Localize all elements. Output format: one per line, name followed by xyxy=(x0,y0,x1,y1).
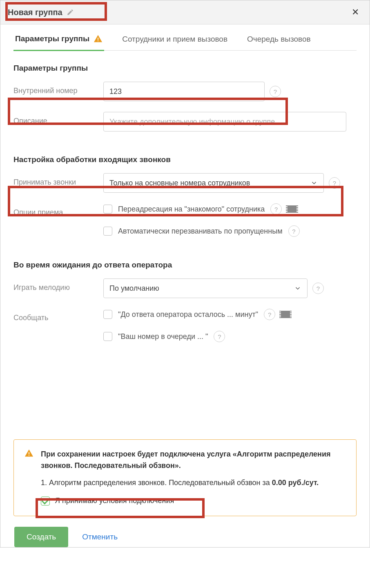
opt-label: Переадресация на "знакомого" сотрудника xyxy=(118,205,265,214)
tab-queue[interactable]: Очередь вызовов xyxy=(245,34,312,50)
warning-icon xyxy=(94,34,103,43)
help-forward[interactable]: ? xyxy=(270,203,282,215)
checkbox-callback[interactable] xyxy=(103,227,112,236)
cancel-button[interactable]: Отменить xyxy=(82,532,118,541)
internal-number-input-wrap xyxy=(103,82,265,101)
opt-label: Автоматически перезванивать по пропущенн… xyxy=(118,227,283,236)
help-melody[interactable]: ? xyxy=(312,283,324,294)
svg-rect-0 xyxy=(98,38,98,40)
opt-label: "Ваш номер в очереди ... " xyxy=(118,332,208,341)
row-accept-calls: Принимать звонки Только на основные номе… xyxy=(13,173,357,193)
dialog: Новая группа ✕ Параметры группы Сотрудни… xyxy=(0,0,370,548)
help-accept-calls[interactable]: ? xyxy=(329,177,340,189)
accept-label: Я принимаю условия подключения xyxy=(55,495,174,507)
svg-rect-3 xyxy=(29,455,29,456)
label-melody: Играть мелодию xyxy=(13,278,103,292)
edit-icon[interactable] xyxy=(67,9,74,16)
row-announce: Сообщать "До ответа оператора осталось .… xyxy=(13,309,357,342)
opt-auto-callback: Автоматически перезванивать по пропущенн… xyxy=(103,225,357,237)
accept-terms-row: Я принимаю условия подключения xyxy=(41,495,345,507)
row-description: Описание xyxy=(13,112,357,131)
announce-queue: "Ваш номер в очереди ... " ? xyxy=(103,331,357,342)
checkbox-accept-terms[interactable] xyxy=(41,497,50,506)
row-receive-options: Опции приема Переадресация на "знакомого… xyxy=(13,203,357,237)
svg-rect-2 xyxy=(29,452,29,455)
tab-group-params[interactable]: Параметры группы xyxy=(13,34,104,51)
row-melody: Играть мелодию По умолчанию ? xyxy=(13,278,357,298)
help-callback[interactable]: ? xyxy=(288,225,300,237)
select-value: Только на основные номера сотрудников xyxy=(109,179,250,187)
warning-icon xyxy=(25,449,33,458)
checkbox-eta[interactable] xyxy=(103,310,112,319)
chevron-down-icon xyxy=(294,285,301,292)
video-icon[interactable] xyxy=(281,311,290,318)
label-internal-number: Внутренний номер xyxy=(13,82,103,95)
label-receive-options: Опции приема xyxy=(13,203,103,217)
video-icon[interactable] xyxy=(288,205,296,213)
row-internal-number: Внутренний номер ? xyxy=(13,82,357,101)
dialog-footer: Создать Отменить xyxy=(13,516,357,547)
description-input[interactable] xyxy=(109,118,340,126)
internal-number-input[interactable] xyxy=(109,87,259,96)
tab-employees[interactable]: Сотрудники и прием вызовов xyxy=(120,34,229,50)
checkbox-queue[interactable] xyxy=(103,332,112,341)
tab-label: Очередь вызовов xyxy=(247,35,311,44)
dialog-header: Новая группа ✕ xyxy=(0,0,370,24)
help-eta[interactable]: ? xyxy=(264,309,275,320)
announce-eta: "До ответа оператора осталось ... минут"… xyxy=(103,309,357,320)
section-title-hold: Во время ожидания до ответа оператора xyxy=(13,261,357,270)
help-internal-number[interactable]: ? xyxy=(270,86,281,97)
description-input-wrap xyxy=(103,112,346,131)
label-announce: Сообщать xyxy=(13,309,103,322)
melody-select[interactable]: По умолчанию xyxy=(103,278,308,298)
section-title-incoming: Настройка обработки входящих звонков xyxy=(13,155,357,164)
tab-label: Параметры группы xyxy=(15,34,89,43)
select-value: По умолчанию xyxy=(109,284,159,293)
accept-calls-select[interactable]: Только на основные номера сотрудников xyxy=(103,173,324,193)
opt-label: "До ответа оператора осталось ... минут" xyxy=(118,310,258,319)
tab-label: Сотрудники и прием вызовов xyxy=(122,35,227,44)
section-title-group-params: Параметры группы xyxy=(13,64,357,73)
close-button[interactable]: ✕ xyxy=(348,5,362,19)
tabs: Параметры группы Сотрудники и прием вызо… xyxy=(13,34,357,51)
dialog-title: Новая группа xyxy=(8,8,62,17)
checkbox-forward[interactable] xyxy=(103,205,112,214)
svg-rect-1 xyxy=(98,40,98,41)
notice-line1: 1. Алгоритм распределения звонков. После… xyxy=(41,477,345,489)
help-queue[interactable]: ? xyxy=(214,331,225,342)
chevron-down-icon xyxy=(310,179,318,187)
notice-box: При сохранении настроек будет подключена… xyxy=(13,439,357,516)
label-accept-calls: Принимать звонки xyxy=(13,173,103,187)
opt-forward-known: Переадресация на "знакомого" сотрудника … xyxy=(103,203,357,215)
notice-title: При сохранении настроек будет подключена… xyxy=(41,449,345,472)
label-description: Описание xyxy=(13,112,103,125)
create-button[interactable]: Создать xyxy=(14,527,68,547)
